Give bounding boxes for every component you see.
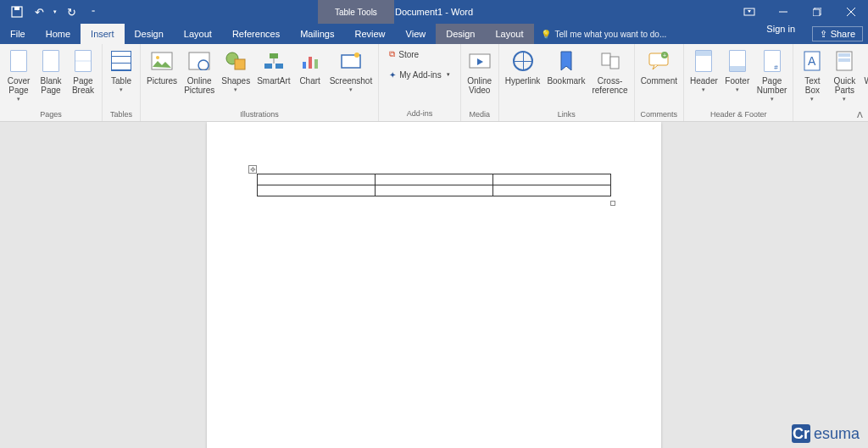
bookmark-button[interactable]: Bookmark	[544, 46, 587, 109]
redo-button[interactable]: ↻	[61, 2, 81, 22]
svg-rect-33	[838, 58, 850, 62]
pictures-button[interactable]: Pictures	[144, 46, 180, 109]
group-illustrations: Pictures OnlinePictures Shapes▾ SmartArt…	[141, 44, 379, 121]
cover-page-button[interactable]: CoverPage▾	[3, 46, 34, 109]
textbox-icon: A	[800, 49, 824, 73]
shapes-button[interactable]: Shapes▾	[219, 46, 253, 109]
page-number-button[interactable]: #PageNumber▾	[754, 46, 790, 109]
table-move-handle[interactable]: ✥	[248, 165, 257, 174]
smartart-button[interactable]: SmartArt	[254, 46, 292, 109]
wordart-button[interactable]: AWordArt▾	[861, 46, 868, 109]
quick-parts-button[interactable]: QuickParts▾	[829, 46, 860, 109]
tab-view[interactable]: View	[396, 24, 437, 44]
table-row[interactable]	[258, 174, 611, 185]
group-label: Comments	[641, 109, 678, 119]
chart-button[interactable]: Chart	[295, 46, 326, 109]
online-pictures-button[interactable]: OnlinePictures	[181, 46, 217, 109]
svg-rect-5	[813, 9, 820, 16]
svg-rect-15	[264, 64, 272, 69]
group-tables: Table▾ Tables	[103, 44, 141, 121]
tab-file[interactable]: File	[0, 24, 36, 44]
document-table[interactable]	[257, 174, 611, 196]
group-pages: CoverPage▾ BlankPage PageBreak Pages	[0, 44, 103, 121]
table-resize-handle[interactable]	[610, 201, 615, 206]
tab-mailings[interactable]: Mailings	[290, 24, 344, 44]
tellme-placeholder: Tell me what you want to do...	[555, 30, 667, 39]
screenshot-button[interactable]: Screenshot▾	[327, 46, 376, 109]
tab-home[interactable]: Home	[36, 24, 81, 44]
qat-customize[interactable]: ⁼	[83, 2, 103, 22]
table-cell[interactable]	[493, 174, 611, 185]
page-break-icon	[71, 49, 95, 73]
online-video-button[interactable]: OnlineVideo	[465, 46, 495, 109]
svg-rect-19	[309, 57, 312, 69]
globe-icon	[511, 49, 535, 73]
document-page[interactable]: ✥	[207, 122, 661, 448]
svg-rect-18	[303, 62, 306, 69]
table-cell[interactable]	[376, 174, 493, 185]
header-button[interactable]: Header▾	[687, 46, 721, 109]
tab-table-layout[interactable]: Layout	[485, 24, 533, 44]
store-label: Store	[398, 50, 419, 59]
store-icon: ⧉	[389, 49, 395, 59]
chart-icon	[298, 49, 322, 73]
textbox-button[interactable]: ATextBox▾	[797, 46, 827, 109]
tab-layout[interactable]: Layout	[174, 24, 222, 44]
signin-button[interactable]: Sign in	[760, 24, 802, 34]
screenshot-icon	[339, 49, 363, 73]
collapse-ribbon-button[interactable]: ᐱ	[857, 110, 863, 119]
svg-rect-1	[14, 7, 19, 10]
table-cell[interactable]	[376, 185, 493, 196]
svg-rect-24	[602, 53, 610, 65]
table-button[interactable]: Table▾	[106, 46, 136, 109]
tab-design[interactable]: Design	[125, 24, 174, 44]
svg-rect-32	[838, 53, 850, 57]
group-label: Media	[469, 109, 490, 119]
hyperlink-button[interactable]: Hyperlink	[503, 46, 543, 109]
group-links: Hyperlink Bookmark Cross-reference Links	[499, 44, 635, 121]
svg-point-9	[156, 56, 159, 59]
minimize-button[interactable]	[766, 0, 800, 24]
group-addins: ⧉Store ✦My Add-ins▾ Add-ins	[379, 44, 460, 121]
restore-button[interactable]	[800, 0, 834, 24]
comment-icon: +	[647, 49, 670, 73]
store-button[interactable]: ⧉Store	[386, 46, 453, 63]
page-icon	[7, 49, 31, 73]
picture-icon	[150, 49, 174, 73]
tab-table-design[interactable]: Design	[436, 24, 485, 44]
titlebar: ↶ ▾ ↻ ⁼ Table Tools Document1 - Word	[0, 0, 868, 24]
logo-badge: Cr	[792, 424, 810, 443]
group-label: Tables	[110, 109, 132, 119]
blank-page-button[interactable]: BlankPage	[36, 46, 66, 109]
table-cell[interactable]	[258, 174, 376, 185]
comment-button[interactable]: +Comment	[638, 46, 680, 109]
ribbon-options-button[interactable]	[732, 0, 766, 24]
table-cell[interactable]	[493, 185, 611, 196]
tab-references[interactable]: References	[222, 24, 290, 44]
share-button[interactable]: ⇪Share	[812, 26, 863, 41]
undo-button[interactable]: ↶	[29, 2, 49, 22]
page-break-button[interactable]: PageBreak	[68, 46, 98, 109]
save-button[interactable]	[7, 2, 27, 22]
undo-dropdown[interactable]: ▾	[51, 2, 59, 22]
bulb-icon: 💡	[541, 30, 551, 39]
quickparts-icon	[832, 49, 856, 73]
tab-insert[interactable]: Insert	[81, 24, 125, 44]
video-icon	[468, 49, 492, 73]
document-area[interactable]: ✥	[0, 122, 868, 448]
online-picture-icon	[187, 49, 211, 73]
watermark-text: esuma	[814, 425, 860, 443]
my-addins-button[interactable]: ✦My Add-ins▾	[386, 66, 453, 83]
cross-reference-button[interactable]: Cross-reference	[589, 46, 630, 109]
bookmark-icon	[554, 49, 578, 73]
table-tools-label: Table Tools	[318, 0, 394, 24]
tellme-search[interactable]: 💡Tell me what you want to do...	[541, 24, 667, 44]
close-button[interactable]	[834, 0, 868, 24]
smartart-icon	[262, 49, 286, 73]
footer-button[interactable]: Footer▾	[722, 46, 753, 109]
table-row[interactable]	[258, 185, 611, 196]
share-icon: ⇪	[820, 29, 827, 40]
table-cell[interactable]	[258, 185, 376, 196]
tab-review[interactable]: Review	[345, 24, 396, 44]
group-label: Pages	[40, 109, 62, 119]
